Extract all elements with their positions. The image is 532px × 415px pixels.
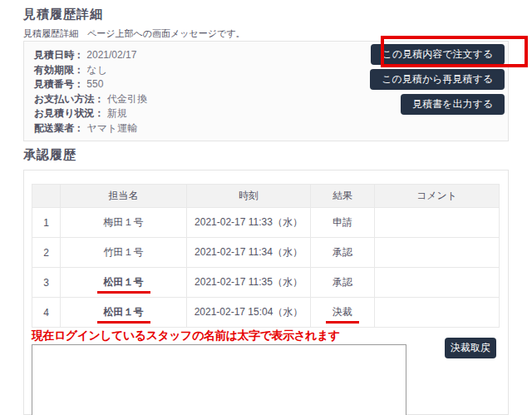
current-staff-name: 松田１号 xyxy=(97,275,150,294)
cell-time: 2021-02-17 11:34（水） xyxy=(187,238,311,268)
table-header-row: 担当名 時刻 結果 コメント xyxy=(32,185,500,208)
header-time: 時刻 xyxy=(187,185,311,208)
requote-button[interactable]: この見積から再見積する xyxy=(370,69,505,90)
cell-time: 2021-02-17 11:33（水） xyxy=(187,208,311,238)
cell-name: 梅田１号 xyxy=(61,208,187,238)
field-label: 見積日時： xyxy=(34,49,84,61)
order-with-quote-button[interactable]: この見積内容で注文する xyxy=(371,44,505,65)
field-value: 新規 xyxy=(107,107,127,119)
field-label: お見積り状況： xyxy=(34,107,105,119)
cell-comment xyxy=(375,208,500,238)
cell-comment xyxy=(375,238,500,268)
approval-history-table: 担当名 時刻 結果 コメント 1 梅田１号 2021-02-17 11:33（水… xyxy=(32,184,500,328)
table-row: 4 松田１号 2021-02-17 15:04（水） 決裁 xyxy=(32,298,500,328)
field-label: 配送業者： xyxy=(34,122,84,134)
field-value: ヤマト運輸 xyxy=(86,122,137,134)
revoke-approval-button[interactable]: 決裁取戻 xyxy=(445,338,496,358)
cell-result: 承認 xyxy=(311,268,375,298)
cell-comment xyxy=(375,268,500,298)
export-quote-button[interactable]: 見積書を出力する xyxy=(401,94,505,115)
cell-name: 竹田１号 xyxy=(61,238,187,268)
approval-history-panel: 担当名 時刻 結果 コメント 1 梅田１号 2021-02-17 11:33（水… xyxy=(23,170,509,415)
cell-time: 2021-02-17 11:35（水） xyxy=(187,268,311,298)
quote-detail-panel: 見積日時： 2021/02/17 有効期限： なし 見積番号： 550 お支払い… xyxy=(23,41,509,141)
field-label: お支払い方法： xyxy=(34,93,105,105)
final-result-value: 決裁 xyxy=(326,305,359,324)
field-value: 2021/02/17 xyxy=(86,49,136,61)
cell-name: 松田１号 xyxy=(61,268,187,298)
cell-no: 1 xyxy=(32,208,61,238)
field-label: 見積番号： xyxy=(34,78,84,90)
approval-history-title: 承認履歴 xyxy=(23,147,76,163)
cell-result: 決裁 xyxy=(311,298,375,328)
page-title: 見積履歴詳細 xyxy=(23,7,103,22)
page-subtitle: 見積履歴詳細 ページ上部への画面メッセージです。 xyxy=(23,27,245,40)
cell-no: 2 xyxy=(32,238,61,268)
approval-comment-textarea[interactable] xyxy=(32,344,406,415)
header-comment: コメント xyxy=(375,185,500,208)
field-carrier: 配送業者： ヤマト運輸 xyxy=(34,121,498,136)
cell-time: 2021-02-17 15:04（水） xyxy=(187,298,311,328)
cell-no: 4 xyxy=(32,298,61,328)
cell-comment xyxy=(375,298,500,328)
annotation-staff-note: 現在ログインしているスタッフの名前は太字で表示されます xyxy=(32,329,499,343)
table-row: 3 松田１号 2021-02-17 11:35（水） 承認 xyxy=(32,268,500,298)
cell-no: 3 xyxy=(32,268,61,298)
field-value: なし xyxy=(86,64,107,76)
field-value: 550 xyxy=(86,78,103,90)
field-value: 代金引換 xyxy=(107,93,147,105)
cell-result: 申請 xyxy=(311,208,375,238)
header-name: 担当名 xyxy=(61,185,187,208)
current-staff-name: 松田１号 xyxy=(97,305,150,324)
header-result: 結果 xyxy=(311,185,375,208)
table-row: 2 竹田１号 2021-02-17 11:34（水） 承認 xyxy=(32,238,500,268)
quote-actions: この見積内容で注文する この見積から再見積する 見積書を出力する xyxy=(370,44,505,115)
field-label: 有効期限： xyxy=(34,64,84,76)
header-no xyxy=(32,185,61,208)
table-row: 1 梅田１号 2021-02-17 11:33（水） 申請 xyxy=(32,208,500,238)
cell-result: 承認 xyxy=(311,238,375,268)
cell-name: 松田１号 xyxy=(61,298,187,328)
